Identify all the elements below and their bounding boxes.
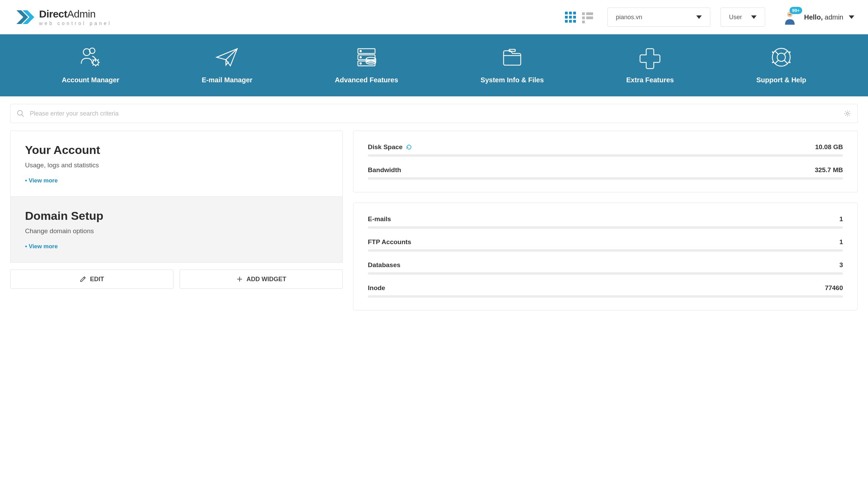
search-box — [10, 104, 858, 123]
svg-rect-3 — [569, 12, 572, 14]
grid-view-icon[interactable] — [564, 11, 577, 23]
avatar: 99+ — [782, 10, 797, 25]
list-view-icon[interactable] — [581, 11, 594, 23]
stat-value: 1 — [839, 215, 843, 223]
svg-marker-21 — [849, 15, 854, 19]
nav-label: Extra Features — [626, 76, 674, 84]
widget-sub: Usage, logs and statistics — [25, 162, 328, 169]
svg-rect-11 — [582, 12, 585, 15]
progress-bar — [368, 177, 843, 180]
greeting-bold: Hello, — [804, 13, 823, 21]
notification-badge: 99+ — [789, 7, 802, 14]
widget-sub: Change domain options — [25, 227, 328, 235]
stat-value: 10.08 GB — [815, 143, 843, 151]
svg-rect-13 — [582, 16, 585, 19]
stat-inode: Inode 77460 — [368, 284, 843, 298]
stat-value: 77460 — [825, 284, 843, 292]
svg-rect-15 — [582, 21, 585, 23]
view-more-link[interactable]: View more — [25, 177, 328, 184]
svg-rect-5 — [565, 16, 568, 19]
progress-bar — [368, 272, 843, 275]
plus-icon — [236, 276, 243, 283]
svg-rect-14 — [586, 16, 593, 19]
role-selector[interactable]: User — [721, 8, 765, 27]
svg-rect-20 — [788, 14, 791, 15]
role-selector-value: User — [729, 14, 742, 21]
gear-icon[interactable] — [844, 110, 851, 117]
paper-plane-icon — [215, 45, 239, 69]
add-widget-button[interactable]: ADD WIDGET — [180, 270, 343, 289]
stat-label: FTP Accounts — [368, 238, 411, 246]
refresh-icon[interactable] — [406, 144, 412, 150]
widget-domain-setup: Domain Setup Change domain options View … — [10, 197, 343, 263]
view-more-link[interactable]: View more — [25, 243, 328, 250]
stat-label: Inode — [368, 284, 385, 292]
progress-bar — [368, 295, 843, 298]
svg-point-31 — [366, 57, 376, 61]
chevron-down-icon — [696, 15, 702, 19]
lifebuoy-icon — [769, 45, 793, 69]
usage-stats-card: E-mails 1 FTP Accounts 1 Databases 3 — [353, 203, 858, 310]
widget-title: Domain Setup — [25, 209, 328, 223]
greeting-user: admin — [825, 13, 843, 21]
svg-point-28 — [360, 50, 361, 52]
svg-point-34 — [777, 53, 785, 61]
widget-title: Your Account — [25, 143, 328, 157]
chevron-down-icon — [751, 15, 757, 19]
nav-advanced-features[interactable]: Advanced Features — [335, 45, 398, 84]
nav-email-manager[interactable]: E-mail Manager — [202, 45, 253, 84]
nav-label: Support & Help — [756, 76, 806, 84]
svg-rect-9 — [569, 20, 572, 23]
nav-label: Account Manager — [62, 76, 119, 84]
svg-marker-18 — [751, 15, 757, 19]
progress-bar — [368, 226, 843, 229]
stat-emails: E-mails 1 — [368, 215, 843, 229]
stat-label: E-mails — [368, 215, 391, 223]
stat-value: 325.7 MB — [815, 166, 843, 174]
svg-point-40 — [846, 112, 848, 115]
progress-bar — [368, 249, 843, 252]
stat-bandwidth: Bandwidth 325.7 MB — [368, 166, 843, 180]
stat-label: Databases — [368, 261, 400, 269]
logo-icon — [14, 7, 34, 27]
nav-support-help[interactable]: Support & Help — [756, 45, 806, 84]
svg-point-30 — [360, 63, 361, 64]
svg-point-35 — [772, 52, 773, 52]
svg-point-36 — [789, 52, 790, 52]
edit-button[interactable]: EDIT — [10, 270, 173, 289]
stat-label: Disk Space — [368, 143, 402, 151]
svg-point-37 — [772, 62, 773, 63]
nav-label: System Info & Files — [481, 76, 544, 84]
svg-rect-10 — [573, 20, 576, 23]
nav-system-info[interactable]: System Info & Files — [481, 45, 544, 84]
plus-icon — [638, 45, 662, 69]
svg-rect-2 — [565, 12, 568, 14]
nav-extra-features[interactable]: Extra Features — [626, 45, 674, 84]
nav-account-manager[interactable]: Account Manager — [62, 45, 119, 84]
domain-selector[interactable]: pianos.vn — [607, 8, 710, 27]
stat-label: Bandwidth — [368, 166, 401, 174]
nav-label: Advanced Features — [335, 76, 398, 84]
user-menu[interactable]: 99+ Hello, admin — [782, 10, 855, 25]
folder-icon — [500, 45, 524, 69]
svg-rect-6 — [569, 16, 572, 19]
search-input[interactable] — [30, 110, 838, 117]
search-icon — [17, 110, 24, 117]
logo[interactable]: DirectAdmin web control panel — [14, 7, 112, 27]
brand-name-1: Direct — [39, 8, 67, 20]
svg-point-39 — [17, 110, 22, 115]
stat-value: 1 — [839, 238, 843, 246]
brand-sub: web control panel — [39, 21, 112, 26]
stat-disk-space: Disk Space 10.08 GB — [368, 143, 843, 157]
edit-button-label: EDIT — [90, 276, 104, 283]
domain-selector-value: pianos.vn — [616, 14, 642, 21]
users-gear-icon — [79, 45, 103, 69]
pencil-icon — [80, 276, 86, 283]
svg-marker-17 — [696, 15, 702, 19]
svg-rect-12 — [586, 12, 593, 15]
svg-point-38 — [789, 62, 790, 63]
svg-point-22 — [83, 49, 90, 56]
svg-point-29 — [360, 57, 361, 58]
stat-value: 3 — [839, 261, 843, 269]
progress-bar — [368, 154, 843, 157]
